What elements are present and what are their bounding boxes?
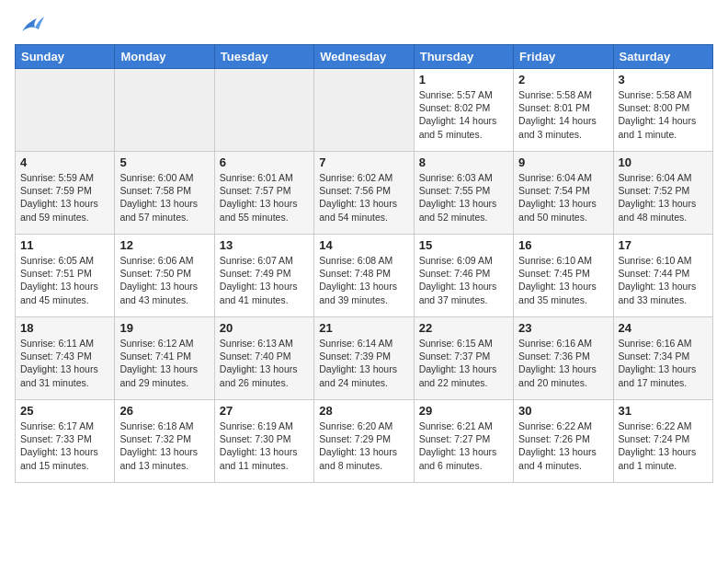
day-info: Sunrise: 6:08 AM Sunset: 7:48 PM Dayligh… [319,254,408,306]
calendar-cell: 18Sunrise: 6:11 AM Sunset: 7:43 PM Dayli… [16,317,115,400]
day-number: 31 [619,404,708,418]
day-info: Sunrise: 6:22 AM Sunset: 7:26 PM Dayligh… [518,419,608,472]
calendar-cell: 30Sunrise: 6:22 AM Sunset: 7:26 PM Dayli… [514,400,613,483]
day-info: Sunrise: 6:16 AM Sunset: 7:34 PM Dayligh… [619,337,708,389]
day-number: 28 [319,404,408,418]
day-number: 29 [419,404,508,418]
day-number: 27 [220,404,309,418]
day-info: Sunrise: 6:12 AM Sunset: 7:41 PM Dayligh… [119,337,209,389]
weekday-header-thursday: Thursday [414,45,513,69]
logo-bird-icon [18,15,44,35]
weekday-header-saturday: Saturday [613,45,712,69]
day-number: 3 [619,73,708,86]
day-info: Sunrise: 6:06 AM Sunset: 7:50 PM Dayligh… [119,254,209,306]
calendar-cell: 27Sunrise: 6:19 AM Sunset: 7:30 PM Dayli… [214,400,313,483]
calendar-week-row: 18Sunrise: 6:11 AM Sunset: 7:43 PM Dayli… [16,317,713,400]
day-number: 11 [20,238,109,252]
calendar-cell: 3Sunrise: 5:58 AM Sunset: 8:00 PM Daylig… [613,69,712,152]
weekday-header-tuesday: Tuesday [214,45,313,69]
day-info: Sunrise: 6:00 AM Sunset: 7:58 PM Dayligh… [119,171,209,224]
day-info: Sunrise: 5:58 AM Sunset: 8:00 PM Dayligh… [619,88,708,141]
day-number: 23 [518,321,608,335]
calendar-cell: 24Sunrise: 6:16 AM Sunset: 7:34 PM Dayli… [613,317,712,400]
day-number: 14 [319,238,408,252]
day-info: Sunrise: 6:15 AM Sunset: 7:37 PM Dayligh… [419,337,508,389]
day-number: 18 [20,321,109,335]
logo [15,15,44,35]
day-number: 1 [419,73,508,86]
day-number: 17 [619,238,708,252]
day-info: Sunrise: 6:04 AM Sunset: 7:54 PM Dayligh… [518,171,608,224]
day-number: 26 [119,404,209,418]
day-number: 15 [419,238,508,252]
day-number: 19 [119,321,209,335]
calendar-cell: 6Sunrise: 6:01 AM Sunset: 7:57 PM Daylig… [214,152,313,235]
day-number: 21 [319,321,408,335]
day-number: 16 [518,238,608,252]
weekday-header-monday: Monday [115,45,214,69]
calendar-cell: 22Sunrise: 6:15 AM Sunset: 7:37 PM Dayli… [414,317,513,400]
day-info: Sunrise: 6:14 AM Sunset: 7:39 PM Dayligh… [319,337,408,389]
day-info: Sunrise: 6:21 AM Sunset: 7:27 PM Dayligh… [419,419,508,472]
weekday-header-friday: Friday [514,45,613,69]
day-number: 25 [20,404,109,418]
day-info: Sunrise: 5:57 AM Sunset: 8:02 PM Dayligh… [419,88,508,141]
calendar-cell: 9Sunrise: 6:04 AM Sunset: 7:54 PM Daylig… [514,152,613,235]
calendar-cell: 7Sunrise: 6:02 AM Sunset: 7:56 PM Daylig… [314,152,414,235]
calendar-cell: 12Sunrise: 6:06 AM Sunset: 7:50 PM Dayli… [115,235,214,317]
calendar-cell: 20Sunrise: 6:13 AM Sunset: 7:40 PM Dayli… [214,317,313,400]
day-info: Sunrise: 6:11 AM Sunset: 7:43 PM Dayligh… [20,337,109,389]
day-number: 5 [119,155,209,169]
calendar-cell: 14Sunrise: 6:08 AM Sunset: 7:48 PM Dayli… [314,235,414,317]
calendar-table: SundayMondayTuesdayWednesdayThursdayFrid… [15,44,713,483]
calendar-cell: 2Sunrise: 5:58 AM Sunset: 8:01 PM Daylig… [514,69,613,152]
calendar-cell: 28Sunrise: 6:20 AM Sunset: 7:29 PM Dayli… [314,400,414,483]
calendar-week-row: 1Sunrise: 5:57 AM Sunset: 8:02 PM Daylig… [16,69,713,152]
day-number: 9 [518,155,608,169]
day-number: 7 [319,155,408,169]
day-number: 4 [20,155,109,169]
calendar-cell: 4Sunrise: 5:59 AM Sunset: 7:59 PM Daylig… [16,152,115,235]
weekday-header-row: SundayMondayTuesdayWednesdayThursdayFrid… [16,45,713,69]
day-info: Sunrise: 6:18 AM Sunset: 7:32 PM Dayligh… [119,419,209,472]
calendar-cell: 26Sunrise: 6:18 AM Sunset: 7:32 PM Dayli… [115,400,214,483]
calendar-cell [115,69,214,152]
day-info: Sunrise: 6:03 AM Sunset: 7:55 PM Dayligh… [419,171,508,224]
day-info: Sunrise: 6:16 AM Sunset: 7:36 PM Dayligh… [518,337,608,389]
calendar-week-row: 25Sunrise: 6:17 AM Sunset: 7:33 PM Dayli… [16,400,713,483]
day-info: Sunrise: 5:59 AM Sunset: 7:59 PM Dayligh… [20,171,109,224]
calendar-cell: 1Sunrise: 5:57 AM Sunset: 8:02 PM Daylig… [414,69,513,152]
day-info: Sunrise: 6:10 AM Sunset: 7:44 PM Dayligh… [619,254,708,306]
day-info: Sunrise: 6:07 AM Sunset: 7:49 PM Dayligh… [220,254,309,306]
calendar-cell: 11Sunrise: 6:05 AM Sunset: 7:51 PM Dayli… [16,235,115,317]
day-number: 13 [220,238,309,252]
calendar-cell [314,69,414,152]
day-number: 24 [619,321,708,335]
calendar-cell: 8Sunrise: 6:03 AM Sunset: 7:55 PM Daylig… [414,152,513,235]
day-info: Sunrise: 6:01 AM Sunset: 7:57 PM Dayligh… [220,171,309,224]
calendar-cell: 5Sunrise: 6:00 AM Sunset: 7:58 PM Daylig… [115,152,214,235]
day-info: Sunrise: 6:09 AM Sunset: 7:46 PM Dayligh… [419,254,508,306]
day-info: Sunrise: 6:02 AM Sunset: 7:56 PM Dayligh… [319,171,408,224]
calendar-cell: 23Sunrise: 6:16 AM Sunset: 7:36 PM Dayli… [514,317,613,400]
calendar-cell: 17Sunrise: 6:10 AM Sunset: 7:44 PM Dayli… [613,235,712,317]
weekday-header-wednesday: Wednesday [314,45,414,69]
calendar-cell: 21Sunrise: 6:14 AM Sunset: 7:39 PM Dayli… [314,317,414,400]
day-info: Sunrise: 6:22 AM Sunset: 7:24 PM Dayligh… [619,419,708,472]
day-info: Sunrise: 6:05 AM Sunset: 7:51 PM Dayligh… [20,254,109,306]
page-header [15,15,713,35]
calendar-cell: 25Sunrise: 6:17 AM Sunset: 7:33 PM Dayli… [16,400,115,483]
calendar-cell [214,69,313,152]
calendar-cell: 31Sunrise: 6:22 AM Sunset: 7:24 PM Dayli… [613,400,712,483]
day-number: 22 [419,321,508,335]
day-number: 20 [220,321,309,335]
day-info: Sunrise: 6:19 AM Sunset: 7:30 PM Dayligh… [220,419,309,472]
calendar-cell: 19Sunrise: 6:12 AM Sunset: 7:41 PM Dayli… [115,317,214,400]
calendar-cell: 15Sunrise: 6:09 AM Sunset: 7:46 PM Dayli… [414,235,513,317]
day-info: Sunrise: 6:20 AM Sunset: 7:29 PM Dayligh… [319,419,408,472]
calendar-cell: 29Sunrise: 6:21 AM Sunset: 7:27 PM Dayli… [414,400,513,483]
calendar-cell: 16Sunrise: 6:10 AM Sunset: 7:45 PM Dayli… [514,235,613,317]
day-info: Sunrise: 6:17 AM Sunset: 7:33 PM Dayligh… [20,419,109,472]
weekday-header-sunday: Sunday [16,45,115,69]
calendar-cell [16,69,115,152]
